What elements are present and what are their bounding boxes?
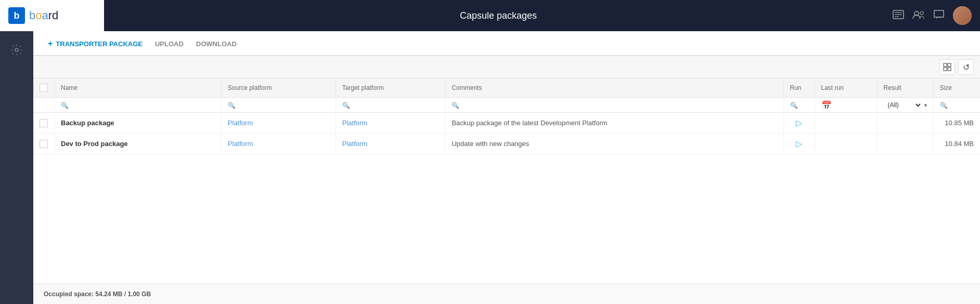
svg-rect-9 (944, 68, 947, 71)
table-header-row: Name Source platform Target platform Com… (33, 78, 980, 98)
main-layout: + TRANSPORTER PACKAGE UPLOAD DOWNLOAD (0, 31, 980, 304)
col-result: Result (877, 78, 933, 98)
filter-comments-cell: 🔍 (445, 98, 783, 113)
table-row: Dev to Prod package Platform Platform Up… (33, 134, 980, 154)
filter-lastrun-cell: 📅 (815, 98, 877, 113)
plus-icon: + (48, 39, 53, 48)
col-size: Size (933, 78, 980, 98)
search-icon-target[interactable]: 🔍 (342, 102, 350, 109)
users-icon[interactable] (912, 10, 925, 22)
toolbar: ↺ (33, 56, 980, 78)
sidebar-settings-icon[interactable] (6, 39, 27, 60)
undo-button[interactable]: ↺ (958, 59, 974, 75)
row2-checkbox-cell (33, 134, 55, 154)
logo-text: board (29, 9, 58, 22)
result-filter: Result (884, 84, 927, 91)
filter-result-cell: (All) Success Failed ▾ (877, 98, 933, 113)
svg-point-5 (920, 11, 923, 15)
search-icon-name[interactable]: 🔍 (61, 102, 69, 109)
search-icon-comments[interactable]: 🔍 (452, 102, 459, 109)
col-source-platform: Source platform (221, 78, 336, 98)
row2-lastrun (815, 134, 877, 154)
row1-name: Backup package (55, 113, 222, 134)
row2-name: Dev to Prod package (55, 134, 222, 154)
row1-comments: Backup package of the latest Development… (445, 113, 783, 134)
avatar[interactable] (953, 6, 972, 25)
row2-checkbox[interactable] (40, 140, 48, 148)
filter-source-cell: 🔍 (221, 98, 336, 113)
grid-view-button[interactable] (939, 59, 955, 75)
row1-lastrun (815, 113, 877, 134)
packages-table: Name Source platform Target platform Com… (33, 78, 980, 154)
select-all-header (33, 78, 55, 98)
row1-result (877, 113, 933, 134)
col-target-platform: Target platform (336, 78, 445, 98)
search-icon-size[interactable]: 🔍 (940, 102, 948, 109)
svg-rect-7 (944, 63, 947, 67)
undo-icon: ↺ (963, 62, 970, 72)
row2-comments: Update with new changes (445, 134, 783, 154)
sidebar (0, 31, 33, 304)
tab-download[interactable]: DOWNLOAD (190, 31, 243, 56)
col-name: Name (55, 78, 222, 98)
row1-run: ▷ (783, 113, 815, 134)
search-icon-source[interactable]: 🔍 (228, 102, 236, 109)
result-dropdown-container: (All) Success Failed ▾ (884, 100, 927, 110)
filter-run-cell: 🔍 (783, 98, 815, 113)
table-container: Name Source platform Target platform Com… (33, 78, 980, 284)
row2-run: ▷ (783, 134, 815, 154)
filter-size-cell: 🔍 (933, 98, 980, 113)
content: + TRANSPORTER PACKAGE UPLOAD DOWNLOAD (33, 31, 980, 304)
svg-point-6 (15, 48, 18, 51)
col-run: Run (783, 78, 815, 98)
logo-b-icon: b (8, 7, 25, 24)
col-last-run: Last run (815, 78, 877, 98)
logo-area: b board (0, 0, 104, 31)
calendar-icon[interactable]: 📅 (821, 101, 832, 110)
top-header: b board Capsule packages (0, 0, 980, 31)
footer: Occupied space: 54.24 MB / 1.00 GB (33, 284, 980, 304)
row1-target: Platform (336, 113, 445, 134)
filter-row: 🔍 🔍 🔍 🔍 🔍 📅 (All) (33, 98, 980, 113)
select-all-checkbox[interactable] (40, 84, 48, 92)
row2-size: 10.84 MB (933, 134, 980, 154)
row1-checkbox[interactable] (40, 119, 48, 127)
row2-result (877, 134, 933, 154)
search-icon-run[interactable]: 🔍 (790, 102, 798, 109)
col-comments: Comments (445, 78, 783, 98)
row2-run-button[interactable]: ▷ (796, 139, 802, 149)
chevron-down-icon: ▾ (924, 102, 927, 108)
occupied-space-label: Occupied space: 54.24 MB / 1.00 GB (44, 290, 151, 298)
tab-bar: + TRANSPORTER PACKAGE UPLOAD DOWNLOAD (33, 31, 980, 56)
app-container: b board Capsule packages (0, 0, 980, 304)
row2-source: Platform (221, 134, 336, 154)
svg-rect-8 (948, 63, 951, 67)
header-icons (893, 6, 972, 25)
filter-checkbox-cell (33, 98, 55, 113)
filter-target-cell: 🔍 (336, 98, 445, 113)
row1-size: 10.85 MB (933, 113, 980, 134)
result-select[interactable]: (All) Success Failed (884, 100, 922, 110)
filter-name-cell: 🔍 (55, 98, 222, 113)
tab-upload[interactable]: UPLOAD (149, 31, 190, 56)
row1-checkbox-cell (33, 113, 55, 134)
avatar-image (953, 6, 972, 25)
row1-run-button[interactable]: ▷ (796, 118, 802, 128)
tab-transporter[interactable]: + TRANSPORTER PACKAGE (42, 31, 149, 56)
notes-icon[interactable] (893, 10, 904, 22)
row1-source: Platform (221, 113, 336, 134)
row2-target: Platform (336, 134, 445, 154)
chat-icon[interactable] (933, 9, 945, 22)
table-row: Backup package Platform Platform Backup … (33, 113, 980, 134)
svg-rect-10 (948, 68, 951, 71)
page-title: Capsule packages (104, 10, 893, 21)
